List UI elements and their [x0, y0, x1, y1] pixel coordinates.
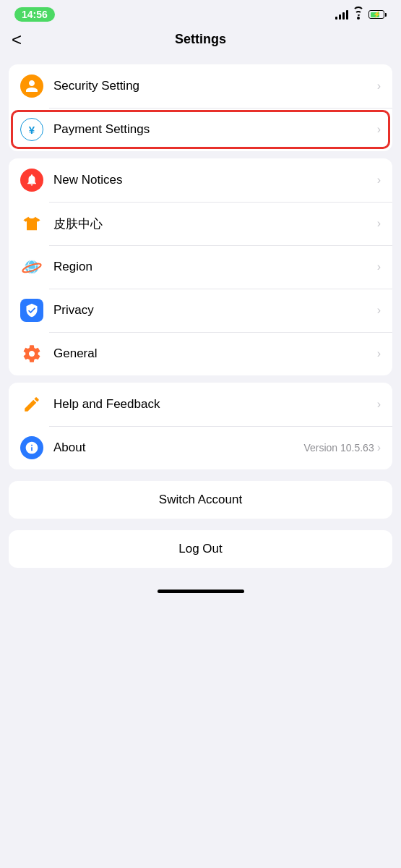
sidebar-item-privacy[interactable]: Privacy ›: [9, 289, 392, 332]
chevron-right-icon: ›: [377, 398, 381, 411]
info-icon: [20, 436, 43, 459]
home-indicator: [0, 590, 401, 600]
status-bar: 14:56 ⚡: [0, 0, 401, 26]
chevron-right-icon: ›: [377, 347, 381, 360]
payment-icon: ¥: [20, 118, 43, 141]
header: < Settings: [0, 26, 401, 57]
sidebar-item-general[interactable]: General ›: [9, 332, 392, 375]
chevron-right-icon: ›: [377, 260, 381, 273]
region-label: Region: [53, 260, 377, 274]
shirt-icon: [20, 212, 43, 235]
help-label: Help and Feedback: [53, 397, 377, 412]
switch-account-button[interactable]: Switch Account: [9, 481, 392, 519]
section-3: Help and Feedback › About Version 10.5.6…: [9, 383, 392, 469]
pencil-icon: [20, 393, 43, 416]
sidebar-item-payment[interactable]: ¥ Payment Settings ›: [9, 108, 392, 151]
back-button[interactable]: <: [12, 30, 22, 50]
about-label: About: [53, 441, 303, 455]
section-1: Security Setting › ¥ Payment Settings ›: [9, 64, 392, 151]
section-2: New Notices › 皮肤中心 › Region ›: [9, 158, 392, 375]
payment-label: Payment Settings: [53, 122, 377, 137]
sidebar-item-about[interactable]: About Version 10.5.63 ›: [9, 426, 392, 469]
sidebar-item-help[interactable]: Help and Feedback ›: [9, 383, 392, 426]
chevron-right-icon: ›: [377, 304, 381, 317]
page-title: Settings: [175, 32, 226, 47]
signal-icon: [335, 9, 348, 20]
yuan-icon: ¥: [22, 119, 42, 140]
wifi-icon: [352, 9, 365, 20]
bell-icon: [20, 169, 43, 192]
sidebar-item-security[interactable]: Security Setting ›: [9, 64, 392, 108]
status-time: 14:56: [14, 7, 55, 22]
logout-button[interactable]: Log Out: [9, 530, 392, 568]
gear-icon: [20, 342, 43, 365]
chevron-right-icon: ›: [377, 174, 381, 187]
chevron-right-icon: ›: [377, 80, 381, 93]
skin-label: 皮肤中心: [53, 216, 377, 232]
battery-icon: ⚡: [368, 10, 387, 19]
chevron-right-icon: ›: [377, 441, 381, 454]
chevron-right-icon: ›: [377, 217, 381, 230]
status-icons: ⚡: [335, 9, 387, 20]
notices-label: New Notices: [53, 173, 377, 187]
security-icon: [20, 75, 43, 98]
planet-icon: [20, 255, 43, 278]
sidebar-item-skin[interactable]: 皮肤中心 ›: [9, 202, 392, 245]
sidebar-item-notices[interactable]: New Notices ›: [9, 158, 392, 202]
home-bar: [158, 590, 244, 593]
sidebar-item-region[interactable]: Region ›: [9, 245, 392, 289]
shield-icon: [20, 299, 43, 322]
chevron-right-icon: ›: [377, 123, 381, 136]
privacy-label: Privacy: [53, 303, 377, 318]
general-label: General: [53, 346, 377, 361]
security-label: Security Setting: [53, 79, 377, 93]
about-version: Version 10.5.63: [303, 442, 374, 454]
